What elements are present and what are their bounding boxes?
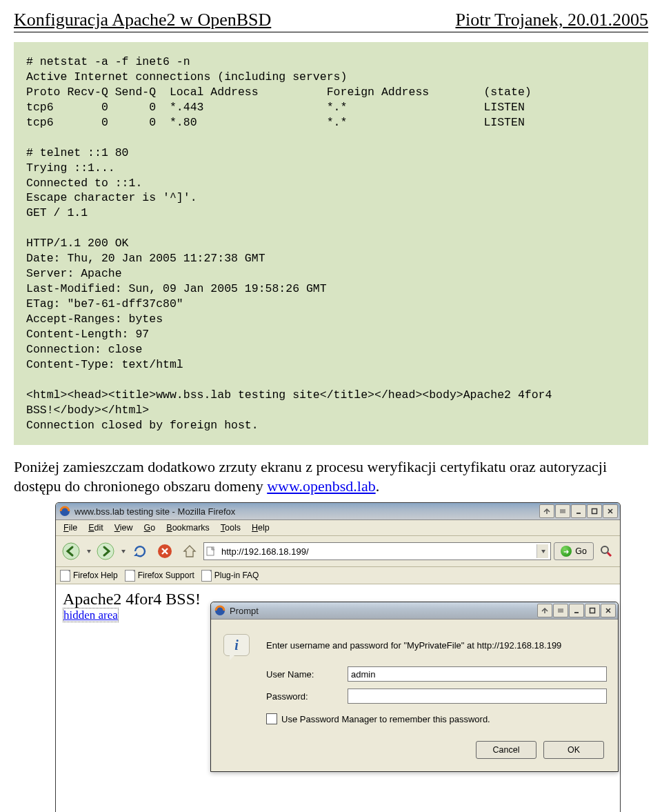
doc-author-date: Piotr Trojanek, 20.01.2005: [455, 10, 648, 30]
search-button[interactable]: [596, 542, 616, 560]
caption-paragraph: Poniżej zamieszczam dodatkowo zrzuty ekr…: [14, 457, 648, 495]
bookmark-item[interactable]: Firefox Support: [125, 570, 194, 582]
reload-button[interactable]: [129, 541, 151, 562]
address-bar[interactable]: [203, 542, 551, 560]
svg-point-12: [601, 546, 608, 553]
dialog-title: Prompt: [230, 606, 533, 616]
info-icon: i: [222, 631, 251, 660]
dialog-buttons: Cancel OK: [222, 735, 607, 764]
menu-file[interactable]: File: [59, 522, 82, 534]
go-icon: ➜: [561, 546, 572, 557]
dialog-message: Enter username and password for "MyPriva…: [266, 640, 607, 651]
svg-rect-3: [592, 509, 597, 514]
terminal-output-block: # netstat -a -f inet6 -n Active Internet…: [14, 42, 648, 445]
window-titlebar: www.bss.lab testing site - Mozilla Firef…: [56, 503, 620, 520]
page-icon: [125, 570, 135, 582]
nav-toolbar: ➜ Go: [56, 536, 620, 567]
remember-row: Use Password Manager to remember this pa…: [266, 713, 607, 724]
remember-label: Use Password Manager to remember this pa…: [281, 714, 490, 724]
home-button[interactable]: [179, 541, 201, 562]
minimize-button[interactable]: [571, 504, 586, 518]
url-input[interactable]: [220, 546, 532, 557]
back-button[interactable]: [60, 541, 82, 562]
forward-button[interactable]: [94, 541, 117, 562]
forward-dropdown[interactable]: [119, 541, 126, 562]
ok-label: OK: [568, 745, 580, 755]
window-extra1-icon[interactable]: [539, 504, 554, 518]
close-button[interactable]: [603, 504, 618, 518]
page-icon: [201, 570, 212, 582]
menu-edit[interactable]: Edit: [83, 522, 108, 534]
svg-point-6: [63, 543, 79, 560]
go-label: Go: [575, 546, 587, 556]
dialog-window-controls: [537, 604, 616, 617]
firefox-icon: [59, 506, 70, 517]
window-extra1-icon[interactable]: [537, 604, 552, 617]
password-field[interactable]: [348, 689, 607, 704]
page-icon: [206, 546, 216, 556]
caption-suffix: .: [376, 477, 380, 495]
menu-bookmarks[interactable]: Bookmarks: [161, 522, 214, 534]
hidden-area-link[interactable]: hidden area: [63, 608, 119, 622]
cancel-button[interactable]: Cancel: [476, 741, 536, 759]
window-control-buttons: [539, 504, 618, 518]
bookmark-item[interactable]: Plug-in FAQ: [201, 570, 259, 582]
dialog-body: i Enter username and password for "MyPri…: [211, 620, 618, 771]
maximize-button[interactable]: [587, 504, 602, 518]
svg-point-7: [97, 543, 114, 560]
screenshot-browser: www.bss.lab testing site - Mozilla Firef…: [55, 502, 621, 812]
stop-button[interactable]: [154, 541, 176, 562]
maximize-button[interactable]: [585, 604, 600, 617]
window-title: www.bss.lab testing site - Mozilla Firef…: [74, 506, 535, 517]
bookmark-label: Firefox Help: [73, 571, 118, 580]
svg-rect-18: [590, 608, 595, 613]
menu-bar: File Edit View Go Bookmarks Tools Help: [56, 520, 620, 536]
ok-button[interactable]: OK: [543, 741, 604, 759]
caption-link[interactable]: www.openbsd.lab: [267, 477, 375, 495]
url-history-dropdown[interactable]: [536, 544, 548, 558]
username-label: User Name:: [266, 669, 342, 680]
menu-help[interactable]: Help: [247, 522, 274, 534]
cancel-label: Cancel: [493, 745, 520, 755]
go-button[interactable]: ➜ Go: [554, 542, 594, 560]
page-icon: [60, 570, 70, 582]
bookmarks-bar: Firefox Help Firefox Support Plug-in FAQ: [56, 567, 620, 584]
back-dropdown[interactable]: [85, 541, 92, 562]
minimize-button[interactable]: [569, 604, 584, 617]
dialog-titlebar: Prompt: [211, 602, 618, 620]
password-label: Password:: [266, 691, 342, 702]
window-extra2-icon[interactable]: [553, 604, 568, 617]
remember-checkbox[interactable]: [266, 713, 277, 724]
username-field[interactable]: [348, 666, 607, 682]
bookmark-label: Firefox Support: [138, 571, 194, 580]
document-header: Konfiguracja Apache2 w OpenBSD Piotr Tro…: [14, 10, 648, 32]
menu-view[interactable]: View: [110, 522, 138, 534]
bookmark-item[interactable]: Firefox Help: [60, 570, 118, 582]
close-button[interactable]: [601, 604, 616, 617]
firefox-icon: [214, 605, 225, 616]
menu-tools[interactable]: Tools: [216, 522, 245, 534]
doc-title: Konfiguracja Apache2 w OpenBSD: [14, 10, 271, 30]
menu-go[interactable]: Go: [139, 522, 161, 534]
auth-dialog: Prompt i Enter username and password for…: [210, 602, 619, 772]
svg-line-13: [608, 553, 611, 556]
bookmark-label: Plug-in FAQ: [214, 571, 259, 580]
window-extra2-icon[interactable]: [555, 504, 570, 518]
